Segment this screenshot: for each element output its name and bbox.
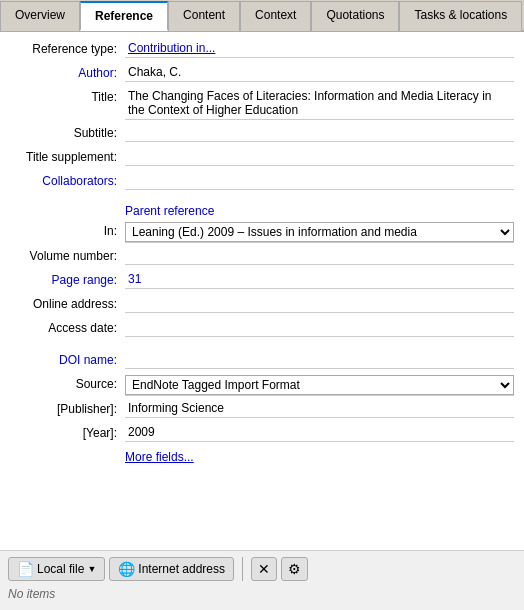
settings-icon: ⚙ [288, 561, 301, 577]
parent-reference-section: Parent reference [10, 204, 514, 218]
internet-address-label: Internet address [138, 562, 225, 576]
author-row: Author: Chaka, C. [10, 64, 514, 84]
publisher-row: [Publisher]: Informing Science [10, 400, 514, 420]
title-row: Title: The Changing Faces of Literacies:… [10, 88, 514, 120]
no-items-text: No items [8, 587, 516, 601]
subtitle-label: Subtitle: [10, 124, 125, 140]
local-file-dropdown-icon[interactable]: ▼ [87, 564, 96, 574]
page-range-row: Page range: 31 [10, 271, 514, 291]
subtitle-row: Subtitle: [10, 124, 514, 144]
toolbar-separator [242, 557, 243, 581]
form-area: Reference type: Contribution in... Autho… [0, 32, 524, 550]
tab-tasks-locations[interactable]: Tasks & locations [399, 1, 522, 31]
bottom-toolbar: 📄 Local file ▼ 🌐 Internet address ✕ ⚙ No… [0, 550, 524, 610]
source-row: Source: EndNote Tagged Import Format [10, 375, 514, 396]
doi-value[interactable] [125, 351, 514, 369]
in-row: In: Leaning (Ed.) 2009 – Issues in infor… [10, 222, 514, 243]
source-value[interactable]: EndNote Tagged Import Format [125, 375, 514, 396]
in-label: In: [10, 222, 125, 238]
tab-content[interactable]: Content [168, 1, 240, 31]
volume-row: Volume number: [10, 247, 514, 267]
page-range-text: 31 [128, 272, 141, 286]
publisher-label: [Publisher]: [10, 400, 125, 416]
access-date-value[interactable] [125, 319, 514, 337]
reference-type-link[interactable]: Contribution in... [128, 41, 215, 55]
parent-reference-label: Parent reference [125, 204, 214, 218]
collaborators-row: Collaborators: [10, 172, 514, 192]
doi-label: DOI name: [10, 351, 125, 367]
online-address-label: Online address: [10, 295, 125, 311]
publisher-value[interactable]: Informing Science [125, 400, 514, 418]
subtitle-value[interactable] [125, 124, 514, 142]
volume-label: Volume number: [10, 247, 125, 263]
collaborators-value[interactable] [125, 172, 514, 190]
local-file-label: Local file [37, 562, 84, 576]
more-fields-link[interactable]: More fields... [10, 450, 514, 464]
toolbar-buttons: 📄 Local file ▼ 🌐 Internet address ✕ ⚙ [8, 557, 516, 581]
access-date-row: Access date: [10, 319, 514, 339]
internet-address-button[interactable]: 🌐 Internet address [109, 557, 234, 581]
author-label: Author: [10, 64, 125, 80]
tab-overview[interactable]: Overview [0, 1, 80, 31]
local-file-button[interactable]: 📄 Local file ▼ [8, 557, 105, 581]
online-address-value[interactable] [125, 295, 514, 313]
local-file-icon: 📄 [17, 561, 34, 577]
volume-value[interactable] [125, 247, 514, 265]
title-value[interactable]: The Changing Faces of Literacies: Inform… [125, 88, 514, 120]
source-dropdown[interactable]: EndNote Tagged Import Format [125, 375, 514, 395]
title-label: Title: [10, 88, 125, 104]
in-dropdown[interactable]: Leaning (Ed.) 2009 – Issues in informati… [125, 222, 514, 242]
delete-icon: ✕ [258, 561, 270, 577]
title-supplement-value[interactable] [125, 148, 514, 166]
year-value[interactable]: 2009 [125, 424, 514, 442]
year-row: [Year]: 2009 [10, 424, 514, 444]
page-range-value[interactable]: 31 [125, 271, 514, 289]
online-address-row: Online address: [10, 295, 514, 315]
internet-address-icon: 🌐 [118, 561, 135, 577]
reference-type-label: Reference type: [10, 40, 125, 56]
title-supplement-row: Title supplement: [10, 148, 514, 168]
doi-row: DOI name: [10, 351, 514, 371]
year-label: [Year]: [10, 424, 125, 440]
in-value[interactable]: Leaning (Ed.) 2009 – Issues in informati… [125, 222, 514, 243]
page-range-label: Page range: [10, 271, 125, 287]
delete-button[interactable]: ✕ [251, 557, 277, 581]
reference-type-value: Contribution in... [125, 40, 514, 58]
access-date-label: Access date: [10, 319, 125, 335]
tab-bar: Overview Reference Content Context Quota… [0, 0, 524, 32]
tab-quotations[interactable]: Quotations [311, 1, 399, 31]
reference-type-row: Reference type: Contribution in... [10, 40, 514, 60]
tab-reference[interactable]: Reference [80, 1, 168, 31]
source-label: Source: [10, 375, 125, 391]
author-value[interactable]: Chaka, C. [125, 64, 514, 82]
title-supplement-label: Title supplement: [10, 148, 125, 164]
collaborators-label: Collaborators: [10, 172, 125, 188]
settings-button[interactable]: ⚙ [281, 557, 308, 581]
tab-context[interactable]: Context [240, 1, 311, 31]
